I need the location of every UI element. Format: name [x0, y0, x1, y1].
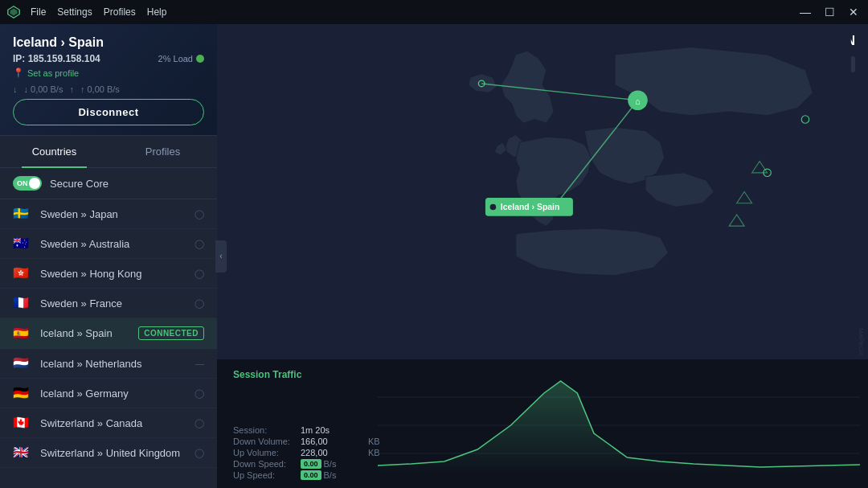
country-name-switzerland-canada: Switzerland » Canada [40, 417, 194, 429]
server-count: ◯ [194, 298, 204, 309]
down-volume-value: 166,00 [301, 437, 365, 446]
country-item-sweden-australia[interactable]: 🇦🇺 Sweden » Australia ◯ [0, 229, 217, 259]
up-speed-unit: B/s [324, 470, 337, 480]
flag-switzerland-canada: 🇨🇦 [13, 416, 31, 429]
svg-text:⌂: ⌂ [635, 96, 641, 106]
country-item-iceland-spain[interactable]: 🇪🇸 Iceland » Spain CONNECTED [0, 318, 217, 349]
country-item-switzerland-canada[interactable]: 🇨🇦 Switzerland » Canada ◯ [0, 408, 217, 438]
pin-icon: 📍 [13, 68, 24, 78]
set-profile-label: Set as profile [27, 68, 79, 78]
flag-switzerland-uk: 🇬🇧 [13, 446, 31, 459]
sidebar: Iceland › Spain IP: 185.159.158.104 2% L… [0, 24, 217, 488]
traffic-chart [378, 369, 860, 482]
connected-badge: CONNECTED [138, 326, 204, 340]
up-speed-label: Up Speed: [233, 470, 297, 480]
server-count: ◯ [194, 418, 204, 429]
collapse-sidebar-button[interactable]: ‹ [215, 240, 227, 273]
set-profile[interactable]: 📍 Set as profile [13, 68, 204, 78]
world-map: ⌂ Iceland › Spain [217, 24, 868, 359]
map-area: ⌂ Iceland › Spain [217, 24, 868, 359]
svg-point-15 [490, 204, 497, 211]
country-item-sweden-japan[interactable]: 🇸🇪 Sweden » Japan ◯ [0, 199, 217, 229]
flag-sweden-japan: 🇸🇪 [13, 207, 31, 220]
minimize-button[interactable]: — [797, 4, 813, 20]
country-list: 🇸🇪 Sweden » Japan ◯ 🇦🇺 Sweden » Australi… [0, 199, 217, 488]
down-speed-value: 0.00 [301, 459, 321, 469]
down-speed-badge: 0.00 B/s [301, 459, 365, 469]
titlebar: File Settings Profiles Help — ☐ ✕ [0, 0, 868, 24]
country-item-iceland-netherlands[interactable]: 🇳🇱 Iceland » Netherlands — [0, 349, 217, 379]
up-speed-icon: ↑ [69, 84, 74, 94]
server-count: ◯ [194, 388, 204, 399]
down-speed-label: Down Speed: [233, 459, 297, 469]
menu-file[interactable]: File [31, 6, 46, 18]
menu-help[interactable]: Help [147, 6, 167, 18]
connection-ip: IP: 185.159.158.104 [13, 53, 100, 64]
country-name-iceland-spain: Iceland » Spain [40, 327, 138, 339]
session-label: Session: [233, 425, 297, 435]
tabs: Countries Profiles [0, 136, 217, 168]
country-item-sweden-france[interactable]: 🇫🇷 Sweden » France ◯ [0, 289, 217, 318]
session-value: 1m 20s [301, 425, 365, 435]
tab-countries[interactable]: Countries [0, 136, 108, 167]
toggle-on-label: ON [14, 179, 28, 187]
secure-core-toggle[interactable]: ON [13, 176, 42, 191]
up-volume-label: Up Volume: [233, 448, 297, 457]
server-count: ◯ [194, 448, 204, 458]
load-value: 2% Load [158, 54, 193, 64]
maximize-button[interactable]: ☐ [821, 4, 837, 20]
connection-title: Iceland › Spain [13, 35, 204, 50]
disconnect-button[interactable]: Disconnect [13, 99, 204, 125]
down-speed-icon: ↓ [13, 84, 18, 94]
up-volume-value: 228,00 [301, 448, 365, 457]
traffic-info: ↓ ↓ 0,00 B/s ↑ ↑ 0,00 B/s [13, 84, 204, 94]
country-name-switzerland-uk: Switzerland » United Kingdom [40, 447, 194, 459]
up-speed: ↑ 0,00 B/s [80, 84, 120, 94]
connection-header: Iceland › Spain IP: 185.159.158.104 2% L… [0, 24, 217, 136]
toggle-knob [29, 178, 40, 189]
country-name-sweden-france: Sweden » France [40, 297, 194, 310]
server-count: — [195, 359, 204, 368]
map-watermark: MAPBOX [858, 328, 865, 355]
menu-settings[interactable]: Settings [57, 6, 92, 18]
flag-iceland-netherlands: 🇳🇱 [13, 357, 31, 370]
ip-value: 185.159.158.104 [28, 53, 100, 64]
up-speed-badge: 0.00 B/s [301, 470, 365, 480]
titlebar-menu: File Settings Profiles Help [31, 6, 166, 18]
server-count: ◯ [194, 269, 204, 279]
flag-sweden-hongkong: 🇭🇰 [13, 267, 31, 280]
server-count: ◯ [194, 209, 204, 219]
connection-ip-row: IP: 185.159.158.104 2% Load [13, 53, 204, 64]
ip-label: IP: [13, 53, 25, 64]
country-item-iceland-germany[interactable]: 🇩🇪 Iceland » Germany ◯ [0, 379, 217, 408]
titlebar-controls: — ☐ ✕ [797, 4, 862, 20]
flag-sweden-australia: 🇦🇺 [13, 237, 31, 250]
secure-core-label: Secure Core [50, 178, 108, 190]
titlebar-left: File Settings Profiles Help [6, 5, 166, 19]
country-item-sweden-hongkong[interactable]: 🇭🇰 Sweden » Hong Kong ◯ [0, 259, 217, 289]
load-dot [196, 55, 204, 63]
down-speed: ↓ 0,00 B/s [24, 84, 63, 94]
svg-text:Iceland › Spain: Iceland › Spain [501, 203, 559, 211]
country-name-sweden-hongkong: Sweden » Hong Kong [40, 268, 194, 280]
load-indicator: 2% Load [158, 54, 204, 64]
svg-marker-1 [10, 9, 18, 16]
country-name-iceland-germany: Iceland » Germany [40, 388, 194, 400]
country-item-switzerland-uk[interactable]: 🇬🇧 Switzerland » United Kingdom ◯ [0, 438, 217, 468]
down-volume-label: Down Volume: [233, 437, 297, 446]
tab-profiles[interactable]: Profiles [108, 136, 217, 167]
flag-iceland-germany: 🇩🇪 [13, 387, 31, 400]
up-speed-value: 0.00 [301, 470, 321, 480]
flag-sweden-france: 🇫🇷 [13, 297, 31, 310]
country-name-iceland-netherlands: Iceland » Netherlands [40, 358, 195, 370]
country-name-sweden-australia: Sweden » Australia [40, 238, 194, 250]
menu-profiles[interactable]: Profiles [104, 6, 136, 18]
stats-panel: Session Traffic Session: 1m 20s Down Vol… [217, 359, 868, 488]
flag-iceland-spain: 🇪🇸 [13, 327, 31, 340]
down-speed-unit: B/s [324, 459, 337, 469]
stats-grid: Session: 1m 20s Down Volume: 166,00 KB U… [233, 425, 392, 480]
server-count: ◯ [194, 239, 204, 249]
app-logo [6, 5, 21, 19]
main-content: 🔒 CONNECTED ⊳ ProtonVPN − + [217, 24, 868, 488]
close-button[interactable]: ✕ [845, 4, 862, 20]
